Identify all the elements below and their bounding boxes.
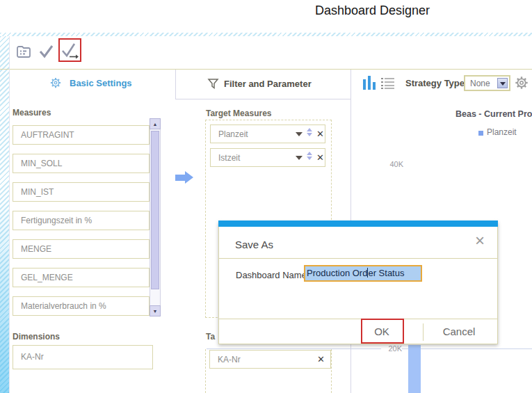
chart-title: Beas - Current Prod — [456, 109, 532, 119]
dimension-item[interactable]: KA-Nr — [13, 345, 153, 369]
cancel-button[interactable]: Cancel — [438, 326, 480, 337]
measure-item[interactable]: MIN_IST — [13, 182, 150, 202]
gear-icon — [49, 77, 62, 89]
legend-label: Planzeit — [487, 127, 532, 137]
measure-item[interactable]: AUFTRAGINT — [13, 125, 150, 145]
input-selected-text: Production Order Status — [305, 268, 404, 278]
dashboard-designer-screen: Dashboard Designer — [0, 0, 532, 393]
measure-item[interactable]: Materialverbrauch in % — [13, 296, 150, 316]
select-button[interactable] — [497, 78, 508, 88]
target-measure-row[interactable]: Istzeit ✕ — [210, 148, 325, 167]
strategy-type-label: Strategy Type — [405, 78, 465, 88]
target-measure-name: Planzeit — [218, 129, 248, 139]
dialog-title-divider — [219, 258, 497, 259]
target-measure-name: Istzeit — [218, 153, 240, 163]
dashboard-name-label: Dashboard Name — [236, 270, 307, 280]
left-stripe-band — [0, 36, 9, 393]
close-icon[interactable]: × — [475, 232, 485, 249]
dialog-title-bar — [218, 220, 498, 227]
chart-bar-planzeit — [408, 345, 421, 393]
dropdown-arrow-icon[interactable] — [296, 132, 303, 136]
target-dimensions-label: Ta — [206, 332, 215, 342]
remove-icon[interactable]: ✕ — [317, 351, 325, 369]
dialog-button-divider — [423, 323, 424, 341]
strategy-type-select[interactable]: None — [464, 75, 510, 91]
open-folder-button[interactable] — [15, 43, 32, 60]
funnel-icon — [207, 77, 220, 90]
measure-item[interactable]: MENGE — [13, 239, 150, 259]
target-measures-label: Target Measures — [206, 109, 271, 118]
scroll-down-button[interactable]: ▼ — [150, 305, 161, 316]
measure-item[interactable]: MIN_SOLL — [13, 154, 150, 173]
dropdown-arrow-icon[interactable] — [296, 156, 303, 160]
target-dimension-name: KA-Nr — [218, 355, 241, 364]
apply-button[interactable] — [38, 42, 54, 60]
map-arrow-icon — [175, 175, 185, 181]
dimensions-label: Dimensions — [13, 332, 60, 342]
page-title: Dashboard Designer — [315, 3, 430, 18]
dialog-footer-divider — [219, 319, 497, 319]
target-dimension-row[interactable]: KA-Nr ✕ — [209, 350, 331, 369]
remove-icon[interactable]: ✕ — [316, 125, 324, 143]
measure-item[interactable]: Fertigungszeit in % — [13, 211, 150, 230]
save-as-dialog: Save As × Dashboard Name Production Orde… — [218, 221, 498, 344]
tab-filter-and-parameter-label: Filter and Parameter — [224, 79, 312, 89]
remove-icon[interactable]: ✕ — [316, 149, 324, 167]
scrollbar-thumb[interactable] — [151, 131, 159, 289]
y-tick-20k: 20K — [381, 344, 402, 353]
chart-type-bar-button[interactable] — [363, 76, 376, 90]
list-view-button[interactable] — [381, 77, 395, 89]
map-arrow-head-icon — [185, 171, 193, 184]
measures-scrollbar[interactable]: ▲ ▼ — [150, 118, 161, 316]
triangle-down-icon — [500, 82, 506, 86]
dialog-title: Save As — [235, 239, 273, 250]
scroll-up-button[interactable]: ▲ — [150, 118, 161, 129]
tab-filter-and-parameter[interactable]: Filter and Parameter — [175, 70, 350, 99]
strategy-type-value: None — [470, 79, 490, 88]
chart-settings-button[interactable] — [514, 75, 529, 90]
triangle-down-icon: ▼ — [153, 309, 158, 314]
triangle-up-icon: ▲ — [153, 122, 158, 127]
target-measure-row[interactable]: Planzeit ✕ — [210, 125, 325, 143]
tab-basic-settings[interactable]: Basic Settings — [10, 70, 175, 99]
sort-icon[interactable] — [307, 128, 312, 136]
list-icon — [381, 77, 395, 89]
check-icon — [38, 42, 54, 60]
tab-basic-settings-label: Basic Settings — [70, 78, 132, 88]
measures-label: Measures — [13, 108, 51, 118]
bar-chart-icon — [363, 76, 376, 90]
ok-red-highlight-annotation — [361, 319, 404, 344]
dashboard-name-input[interactable]: Production Order Status — [304, 265, 422, 282]
y-tick-40k: 40K — [382, 160, 403, 168]
sort-icon[interactable] — [307, 152, 312, 160]
measure-item[interactable]: GEL_MENGE — [13, 268, 150, 287]
gear-icon — [514, 75, 529, 90]
toolbar — [9, 36, 532, 69]
toolbar-red-highlight-annotation — [58, 38, 81, 62]
folder-icon — [15, 43, 32, 60]
legend-swatch — [478, 131, 483, 136]
